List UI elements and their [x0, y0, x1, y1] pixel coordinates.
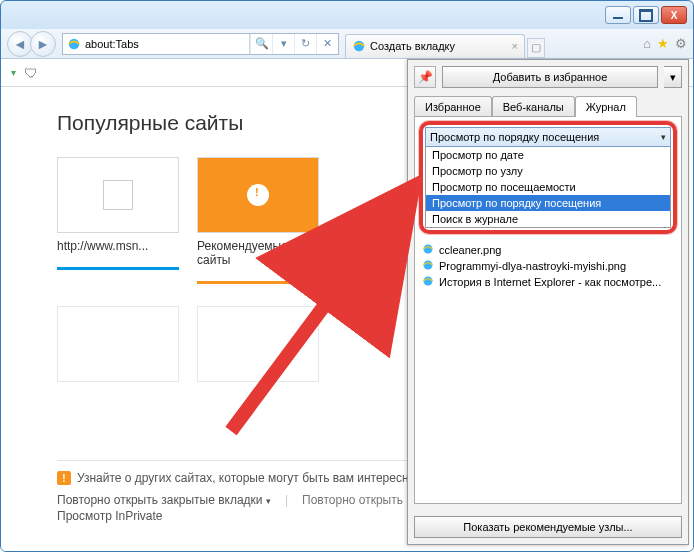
home-icon[interactable]: ⌂: [643, 36, 651, 51]
address-text: about:Tabs: [85, 38, 139, 50]
info-icon: [57, 471, 71, 485]
close-button[interactable]: X: [661, 6, 687, 24]
history-list: ccleaner.png Programmyi-dlya-nastroyki-m…: [419, 240, 677, 292]
tile-thumbnail: [57, 157, 179, 233]
add-favorites-button[interactable]: Добавить в избранное: [442, 66, 658, 88]
tile-accent-bar: [197, 281, 319, 284]
pin-button[interactable]: 📌: [414, 66, 436, 88]
tab-strip: Создать вкладку × ▢: [345, 30, 545, 58]
filter-option[interactable]: Просмотр по узлу: [426, 163, 670, 179]
filter-option[interactable]: Просмотр по посещаемости: [426, 179, 670, 195]
maximize-button[interactable]: [633, 6, 659, 24]
svg-point-1: [354, 41, 365, 52]
dropdown-icon[interactable]: ▾: [11, 67, 16, 78]
address-bar[interactable]: about:Tabs: [63, 37, 249, 51]
new-tab-button[interactable]: ▢: [527, 38, 545, 58]
add-favorites-dropdown[interactable]: ▾: [664, 66, 682, 88]
empty-tile[interactable]: [57, 306, 179, 382]
inprivate-link[interactable]: Просмотр InPrivate: [57, 509, 163, 523]
chevron-down-icon: ▾: [661, 132, 666, 142]
discover-text: Узнайте о других сайтах, которые могут б…: [77, 471, 417, 485]
tab-history[interactable]: Журнал: [575, 96, 637, 117]
favorites-icon[interactable]: ★: [657, 36, 669, 51]
tile-accent-bar: [57, 267, 179, 270]
svg-point-0: [69, 38, 80, 49]
history-item[interactable]: ccleaner.png: [419, 242, 677, 258]
tab-feeds[interactable]: Веб-каналы: [492, 96, 575, 117]
tools-icon[interactable]: ⚙: [675, 36, 687, 51]
pin-icon: 📌: [418, 70, 433, 84]
history-item[interactable]: Programmyi-dlya-nastroyki-myishi.png: [419, 258, 677, 274]
filter-dropdown-list: Просмотр по дате Просмотр по узлу Просмо…: [425, 147, 671, 228]
filter-selected-text: Просмотр по порядку посещения: [430, 131, 599, 143]
navigation-bar: ◄ ► about:Tabs 🔍 ▾ ↻ ✕ Создать вкладку ×…: [1, 29, 693, 59]
site-tile[interactable]: Рекомендуемые сайты: [197, 157, 319, 284]
page-icon: [421, 259, 435, 273]
empty-tile[interactable]: [197, 306, 319, 382]
svg-point-4: [424, 277, 433, 286]
history-filter-combo[interactable]: Просмотр по порядку посещения ▾: [425, 127, 671, 147]
tab-title: Создать вкладку: [370, 40, 455, 52]
forward-button[interactable]: ►: [30, 31, 56, 57]
filter-option[interactable]: Просмотр по порядку посещения: [426, 195, 670, 211]
favorites-panel: 📌 Добавить в избранное ▾ Избранное Веб-к…: [407, 59, 689, 545]
tile-label: Рекомендуемые сайты: [197, 239, 319, 267]
highlight-box: Просмотр по порядку посещения ▾ Просмотр…: [419, 121, 677, 234]
ie-icon: [352, 39, 366, 53]
favorites-body: Просмотр по порядку посещения ▾ Просмотр…: [414, 116, 682, 504]
reopen-closed-link[interactable]: Повторно открыть закрытые вкладки ▾: [57, 493, 271, 507]
refresh-icon[interactable]: ↻: [294, 34, 316, 54]
svg-point-2: [424, 245, 433, 254]
tab-favorites[interactable]: Избранное: [414, 96, 492, 117]
tile-thumbnail: [197, 157, 319, 233]
browser-tab[interactable]: Создать вкладку ×: [345, 34, 525, 58]
address-dropdown-icon[interactable]: ▾: [272, 34, 294, 54]
history-item-label: ccleaner.png: [439, 244, 501, 256]
history-item-label: Programmyi-dlya-nastroyki-myishi.png: [439, 260, 626, 272]
address-bar-container: about:Tabs 🔍 ▾ ↻ ✕: [62, 33, 339, 55]
shield-icon[interactable]: 🛡: [24, 65, 38, 81]
ie-icon: [67, 37, 81, 51]
svg-point-3: [424, 261, 433, 270]
tab-close-icon[interactable]: ×: [512, 40, 518, 52]
browser-window: X ◄ ► about:Tabs 🔍 ▾ ↻ ✕ Создать вкладку…: [0, 0, 694, 552]
favorites-tabs: Избранное Веб-каналы Журнал: [408, 96, 688, 117]
show-recommended-button[interactable]: Показать рекомендуемые узлы...: [414, 516, 682, 538]
history-item-label: История в Internet Explorer - как посмот…: [439, 276, 661, 288]
filter-option[interactable]: Просмотр по дате: [426, 147, 670, 163]
history-item[interactable]: История в Internet Explorer - как посмот…: [419, 274, 677, 290]
page-icon: [421, 243, 435, 257]
tile-label: http://www.msn...: [57, 239, 179, 253]
stop-icon[interactable]: ✕: [316, 34, 338, 54]
page-icon: [421, 275, 435, 289]
site-tile[interactable]: http://www.msn...: [57, 157, 179, 284]
title-bar: X: [1, 1, 693, 29]
lightbulb-icon: [247, 184, 269, 206]
filter-option[interactable]: Поиск в журнале: [426, 211, 670, 227]
minimize-button[interactable]: [605, 6, 631, 24]
search-icon[interactable]: 🔍: [250, 34, 272, 54]
